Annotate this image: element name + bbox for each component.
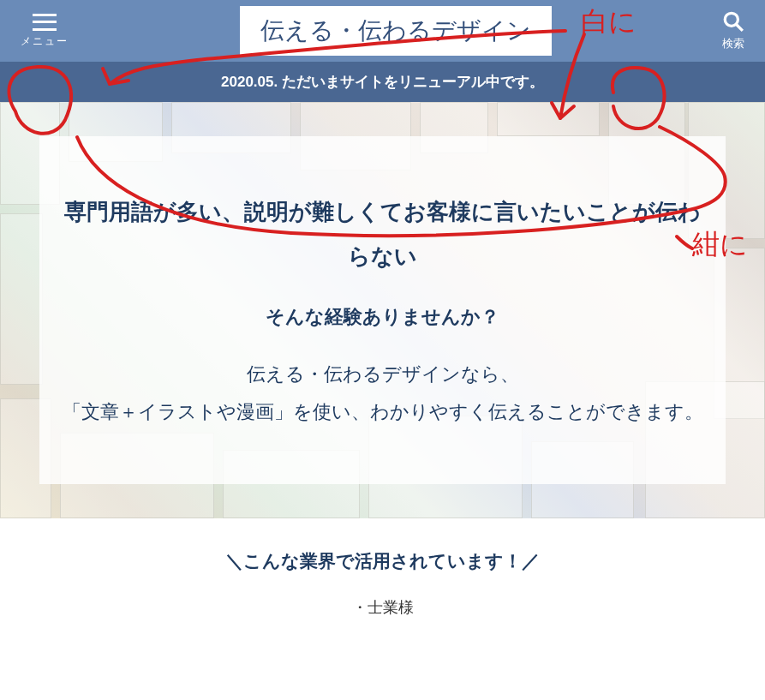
header-bar: メニュー 伝える・伝わるデザイン 検索 [0, 0, 765, 62]
hero-overlay: 専門用語が多い、説明が難しくてお客様に言いたいことが伝わらない そんな経験ありま… [39, 136, 726, 484]
search-label: 検索 [722, 36, 744, 51]
search-icon [722, 10, 744, 33]
usage-section: ＼こんな業界で活用されています！／ ・士業様 [0, 518, 765, 631]
annotation-text-white: 白に [581, 3, 637, 41]
hamburger-icon [33, 14, 57, 31]
menu-button[interactable]: メニュー [21, 14, 69, 49]
site-logo[interactable]: 伝える・伝わるデザイン [240, 6, 552, 56]
list-item: ・士業様 [17, 597, 748, 618]
menu-label: メニュー [21, 34, 69, 49]
search-button[interactable]: 検索 [722, 10, 744, 51]
logo-text: 伝える・伝わるデザイン [260, 15, 531, 47]
section-title: ＼こんな業界で活用されています！／ [17, 549, 748, 573]
hero-subheading: そんな経験ありませんか？ [266, 304, 499, 330]
hero-section: 専門用語が多い、説明が難しくてお客様に言いたいことが伝わらない そんな経験ありま… [0, 102, 765, 518]
svg-line-1 [736, 24, 743, 31]
notice-bar: 2020.05. ただいまサイトをリニューアル中です。 [0, 62, 765, 102]
annotation-text-navy: 紺に [692, 226, 748, 264]
hero-heading: 専門用語が多い、説明が難しくてお客様に言いたいことが伝わらない [57, 189, 708, 278]
svg-point-0 [725, 13, 738, 26]
hero-body: 伝える・伝わるデザインなら、「文章＋イラストや漫画」を使い、わかりやすく伝えるこ… [63, 356, 703, 431]
page: メニュー 伝える・伝わるデザイン 検索 2020.05. ただいまサイトをリニュ… [0, 0, 765, 631]
